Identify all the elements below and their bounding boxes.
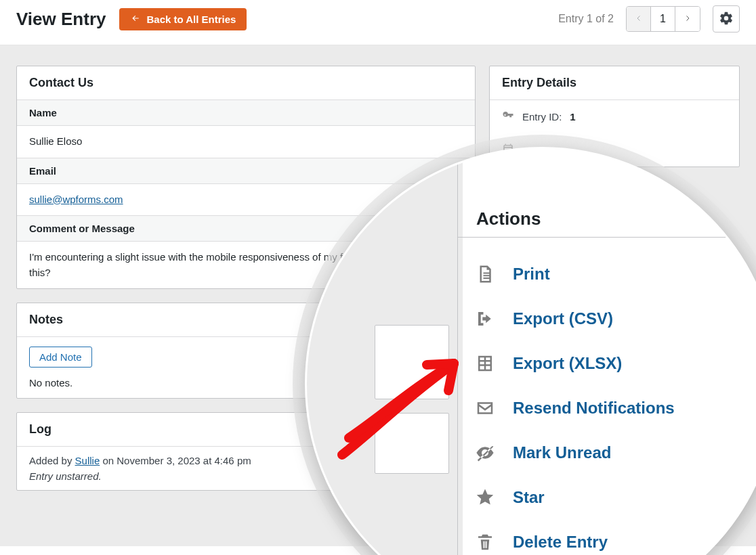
top-bar: View Entry Back to All Entries Entry 1 o…: [0, 0, 756, 45]
trash-icon: [474, 532, 497, 552]
back-to-entries-button[interactable]: Back to All Entries: [119, 8, 247, 30]
action-export-csv-label: Export (CSV): [513, 309, 613, 328]
pager-current: 1: [651, 7, 675, 31]
chevron-left-icon: [635, 13, 643, 25]
pager-next-button[interactable]: [675, 7, 700, 31]
action-export-xlsx-label: Export (XLSX): [513, 354, 622, 373]
action-print-label: Print: [513, 265, 550, 284]
envelope-icon: [474, 398, 497, 418]
action-mark-unread-label: Mark Unread: [513, 443, 611, 462]
entry-id-row: Entry ID: 1: [490, 100, 739, 133]
action-export-xlsx[interactable]: Export (XLSX): [474, 341, 750, 386]
entry-count-label: Entry 1 of 2: [558, 13, 614, 25]
eye-slash-icon: [474, 443, 497, 463]
action-delete[interactable]: Delete Entry: [474, 520, 750, 555]
gear-icon: [719, 11, 734, 28]
action-export-csv[interactable]: Export (CSV): [474, 296, 750, 341]
magnifier-lens: 27 pm Actions Print: [305, 147, 756, 555]
log-suffix: on November 3, 2023 at 4:46 pm: [100, 455, 251, 466]
pager: 1: [626, 6, 700, 32]
page-title: View Entry: [16, 9, 106, 30]
log-prefix: Added by: [29, 455, 75, 466]
actions-list: Print Export (CSV) Export (XLSX): [474, 252, 750, 555]
back-to-entries-label: Back to All Entries: [146, 14, 236, 25]
document-icon: [474, 264, 497, 284]
settings-button[interactable]: [713, 5, 740, 32]
pager-prev-button[interactable]: [627, 7, 651, 31]
star-icon: [474, 487, 497, 508]
action-resend-label: Resend Notifications: [513, 399, 675, 418]
action-star[interactable]: Star: [474, 475, 750, 520]
action-mark-unread[interactable]: Mark Unread: [474, 430, 750, 475]
action-print[interactable]: Print: [474, 252, 750, 296]
contact-panel-title: Contact Us: [17, 66, 475, 99]
spreadsheet-icon: [474, 353, 497, 374]
action-delete-label: Delete Entry: [513, 533, 608, 552]
actions-title: Actions: [476, 208, 750, 229]
email-link[interactable]: sullie@wpforms.com: [29, 194, 123, 205]
chevron-right-icon: [684, 13, 692, 25]
entry-details-title: Entry Details: [490, 66, 739, 100]
action-star-label: Star: [513, 488, 545, 507]
top-bar-right: Entry 1 of 2 1: [558, 5, 740, 32]
key-icon: [502, 110, 514, 124]
field-label-name: Name: [17, 99, 475, 126]
magnifier-overlay: 27 pm Actions Print: [305, 147, 756, 555]
add-note-button[interactable]: Add Note: [29, 347, 92, 368]
arrow-left-icon: [130, 14, 141, 25]
action-resend[interactable]: Resend Notifications: [474, 386, 750, 430]
log-user-link[interactable]: Sullie: [75, 455, 100, 466]
export-icon: [474, 309, 497, 329]
entry-id-label: Entry ID:: [522, 111, 562, 123]
body-area: Contact Us Name Sullie Eloso Email sulli…: [0, 45, 756, 546]
actions-divider: [457, 237, 756, 238]
entry-id-value: 1: [570, 111, 575, 123]
